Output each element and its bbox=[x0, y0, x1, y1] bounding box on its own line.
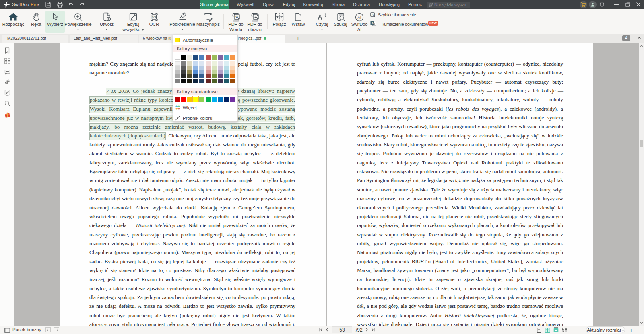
svg-text:W: W bbox=[235, 15, 239, 19]
svg-text:A: A bbox=[372, 21, 374, 25]
svg-text:AI: AI bbox=[358, 15, 361, 20]
svg-text:A: A bbox=[372, 13, 374, 16]
svg-text:OCR: OCR bbox=[152, 16, 157, 18]
